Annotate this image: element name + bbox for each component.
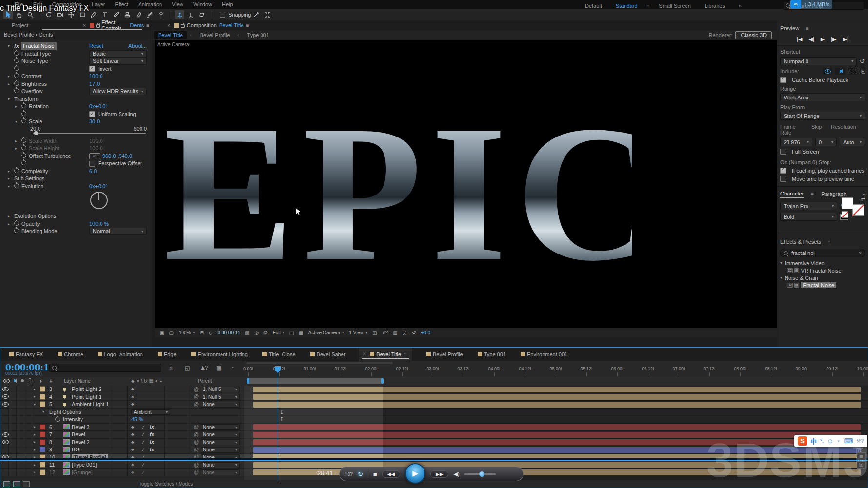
ec-row-transform[interactable]: ▾Transform: [0, 96, 152, 103]
layer-name[interactable]: Bevel 3: [72, 424, 90, 431]
ec-row-fractal-type[interactable]: Fractal TypeBasic▾: [0, 50, 152, 58]
slash-switch-icon[interactable]: ∕: [143, 469, 144, 476]
layer-color-swatch[interactable]: [40, 424, 45, 431]
menu-window[interactable]: Window: [188, 1, 217, 7]
stopwatch-icon[interactable]: [21, 118, 29, 126]
composition-viewer[interactable]: Active Camera EPIC ▣ ▢ 100%▾ ⊞ ◇ 0:00:00…: [155, 40, 777, 337]
snap-options-icon[interactable]: [251, 10, 261, 19]
slash-switch-icon[interactable]: ∕: [143, 446, 144, 453]
eraser-tool[interactable]: [134, 10, 143, 19]
last-frame-button[interactable]: ▶|: [843, 36, 848, 42]
parent-dropdown[interactable]: 1. Null 5▾: [201, 387, 240, 392]
property-checkbox[interactable]: Perspective Offset: [89, 160, 142, 168]
parent-pickwhip-icon[interactable]: @: [194, 393, 199, 401]
property-value[interactable]: 0x+0.0°: [89, 103, 108, 111]
draft-3d-icon[interactable]: ◱: [185, 365, 190, 371]
twirl-icon[interactable]: ▸: [15, 103, 21, 111]
tab-project[interactable]: Project: [0, 22, 36, 28]
ime-mic-icon[interactable]: ♆: [837, 438, 841, 444]
ec-row-overflow[interactable]: OverflowAllow HDR Results▾: [0, 88, 152, 96]
ime-keyboard-icon[interactable]: ⌨: [844, 437, 853, 445]
scale-slider[interactable]: 20.0600.0: [0, 126, 152, 137]
stopwatch-icon[interactable]: [21, 153, 29, 160]
property-dropdown[interactable]: Basic▾: [89, 50, 147, 58]
parent-dropdown[interactable]: 1. Null 5▾: [201, 394, 240, 400]
layer-name-column-header[interactable]: Layer Name: [64, 378, 90, 384]
layer-row[interactable]: ▸4Point Light 1♣@1. Null 5▾: [0, 393, 868, 401]
fill-color-swatch[interactable]: [842, 197, 853, 209]
time-ruler[interactable]: 0:00f00:12f01:00f01:12f02:00f02:12f03:00…: [244, 361, 868, 377]
breadcrumb-type-001[interactable]: Type 001: [243, 31, 274, 39]
channel-icon[interactable]: ❂: [263, 330, 267, 335]
parent-pickwhip-icon[interactable]: @: [194, 431, 199, 438]
panel-menu-icon[interactable]: ≡: [828, 239, 830, 245]
checkbox[interactable]: [89, 66, 95, 72]
clone-stamp-tool[interactable]: [122, 10, 132, 19]
collapse-switch-icon[interactable]: ♣: [131, 461, 134, 468]
fullscreen-checkbox[interactable]: [780, 149, 786, 155]
twirl-icon[interactable]: ▾: [15, 118, 21, 126]
ec-row-noise-type[interactable]: Noise TypeSoft Linear▾: [0, 58, 152, 65]
parent-pickwhip-icon[interactable]: @: [194, 461, 199, 468]
about-button[interactable]: About...: [128, 42, 147, 50]
volume-icon[interactable]: ◀): [453, 471, 459, 477]
viewer-timecode[interactable]: 0:00:00:11: [218, 330, 241, 335]
type-tool[interactable]: [100, 10, 110, 19]
exposure-value[interactable]: +0.0: [421, 330, 430, 335]
shuffle-icon[interactable]: ⤨?: [345, 471, 353, 477]
parent-pickwhip-icon[interactable]: @: [194, 446, 199, 453]
workspace-menu-icon[interactable]: ≡: [647, 3, 650, 9]
play-button[interactable]: ▶: [821, 36, 825, 42]
flowchart-icon[interactable]: 품: [403, 329, 407, 336]
first-frame-button[interactable]: |◀: [797, 36, 802, 42]
parent-pickwhip-icon[interactable]: @: [194, 439, 199, 446]
layer-name[interactable]: Bevel: [72, 431, 85, 438]
lock-icon[interactable]: [181, 24, 185, 28]
eye-icon[interactable]: [2, 431, 9, 438]
eye-icon[interactable]: [2, 401, 9, 408]
framerate-dropdown[interactable]: 23.976▾: [780, 138, 812, 146]
time-navigator[interactable]: [246, 362, 393, 364]
reset-shortcut-icon[interactable]: ↺: [860, 58, 865, 65]
parent-pickwhip-icon[interactable]: @: [194, 424, 199, 431]
stopwatch-icon[interactable]: [14, 80, 21, 88]
collapse-switch-icon[interactable]: ♣: [131, 439, 134, 446]
property-value[interactable]: 6.0: [89, 168, 97, 176]
composition-mini-flowchart-icon[interactable]: ⋔: [169, 365, 173, 371]
work-area-bar[interactable]: [247, 378, 384, 384]
resolution-dropdown[interactable]: Auto▾: [840, 138, 865, 146]
crosshair-icon[interactable]: ⊕: [89, 153, 100, 159]
parent-dropdown[interactable]: None▾: [201, 432, 240, 438]
twirl-icon[interactable]: ▸: [34, 439, 36, 446]
menu-layer[interactable]: Layer: [87, 1, 110, 7]
parent-dropdown[interactable]: None▾: [201, 469, 240, 475]
twirl-icon[interactable]: ▸: [34, 431, 36, 438]
layer-property-row[interactable]: ▾Light OptionsAmbient▾Ι: [0, 409, 868, 416]
twirl-icon[interactable]: ▸: [34, 469, 36, 476]
slash-switch-icon[interactable]: ∕: [143, 439, 144, 446]
eye-icon[interactable]: [2, 439, 9, 446]
include-overlays-icon[interactable]: [848, 68, 858, 75]
expand-layer-switches-icon[interactable]: [3, 481, 10, 487]
effect-name[interactable]: Fractal Noise: [21, 42, 57, 50]
layer-duration-bar[interactable]: [253, 402, 861, 408]
layer-color-swatch[interactable]: [40, 469, 45, 476]
collapse-switch-icon[interactable]: ♣: [131, 431, 134, 438]
slash-switch-icon[interactable]: ∕: [143, 461, 144, 468]
layer-color-swatch[interactable]: [40, 393, 45, 401]
layer-row[interactable]: ▾5Ambient Light 1♣@None▾: [0, 401, 868, 409]
ec-row-brightness[interactable]: ▸Brightness17.0: [0, 80, 152, 88]
twirl-icon[interactable]: ▸: [15, 137, 21, 145]
expand-inout-icon[interactable]: [23, 481, 30, 487]
stopwatch-icon[interactable]: [55, 416, 60, 423]
flowchart-mini-button[interactable]: 图: [857, 461, 866, 469]
reset-exposure-icon[interactable]: ↺: [412, 330, 416, 335]
property-value[interactable]: 100.0 %: [89, 220, 109, 228]
ec-row-uniform-scaling[interactable]: Uniform Scaling: [0, 111, 152, 118]
ec-row-evolution[interactable]: ▾Evolution0x+0.0°: [0, 183, 152, 191]
snapping-checkbox[interactable]: [220, 12, 225, 18]
layer-name[interactable]: BG: [72, 446, 80, 453]
hide-shy-layers-icon[interactable]: ⛰?: [201, 365, 208, 371]
property-value[interactable]: 100.0: [89, 137, 103, 145]
ime-mode-label[interactable]: 中: [810, 436, 817, 446]
